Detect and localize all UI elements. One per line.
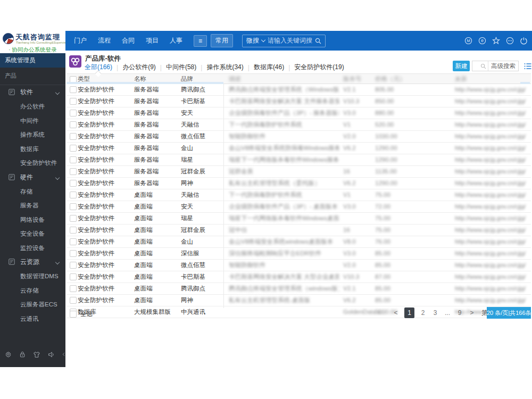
- sidebar-item-安全防护软件[interactable]: 安全防护软件: [0, 156, 65, 170]
- nav-item-人事[interactable]: 人事: [170, 36, 182, 45]
- pager-next[interactable]: >: [468, 309, 476, 317]
- theme-shirt-icon[interactable]: [33, 351, 40, 359]
- table-row[interactable]: 安全防护软件桌面端瑞星瑞星下一代网络版杀毒软件Windows桌面版75.00ht…: [66, 213, 531, 225]
- table-row[interactable]: 安全防护软件服务器端金山金山V8终端安全系统防病毒Windows服务器版V6.2…: [66, 143, 531, 154]
- advanced-search-button[interactable]: 高级搜索: [488, 61, 518, 71]
- pager-page-3[interactable]: 3: [431, 309, 439, 317]
- new-button[interactable]: 新建: [453, 61, 470, 71]
- help-e-icon[interactable]: e: [478, 37, 486, 45]
- sidebar-item-操作系统[interactable]: 操作系统: [0, 128, 65, 142]
- table-row[interactable]: 安全防护软件服务器端天融信下一代防病毒防护软件系统V1520.00http://…: [66, 119, 531, 131]
- row-checkbox[interactable]: [70, 145, 77, 152]
- select-all-checkbox[interactable]: [70, 311, 77, 318]
- tab-办公软件(9)[interactable]: 办公软件(9): [122, 63, 156, 72]
- sidebar-item-监控设备[interactable]: 监控设备: [0, 241, 65, 255]
- tab-separator: |: [288, 64, 290, 71]
- row-checkbox[interactable]: [70, 227, 77, 234]
- sidebar-item-数据库[interactable]: 数据库: [0, 142, 65, 156]
- row-checkbox[interactable]: [70, 238, 77, 245]
- tab-数据库(46)[interactable]: 数据库(46): [254, 63, 284, 72]
- sidebar-item-服务器[interactable]: 服务器: [0, 198, 65, 213]
- cell-col3: 冠群金辰: [181, 225, 205, 236]
- row-checkbox[interactable]: [70, 110, 77, 117]
- row-checkbox[interactable]: [70, 133, 77, 140]
- sidebar-item-云存储[interactable]: 云存储: [0, 284, 65, 298]
- table-row[interactable]: 安全防护软件服务器端网神私有云主机管理型系统（委托版）V6.21290.00ht…: [66, 178, 531, 189]
- sidebar-item-办公软件[interactable]: 办公软件: [0, 99, 65, 114]
- sidebar-group-软件[interactable]: 软件: [0, 85, 65, 99]
- row-checkbox[interactable]: [70, 262, 77, 269]
- nav-item-门户[interactable]: 门户: [74, 36, 87, 45]
- table-row[interactable]: 安全防护软件服务器端卡巴斯基卡巴斯基网络安全解决方案 文件服务器安全防护...V…: [66, 96, 531, 107]
- search-input[interactable]: 请输入关键词搜: [268, 36, 312, 45]
- settings-gear-icon[interactable]: [5, 350, 12, 359]
- nav-item-合同[interactable]: 合同: [122, 36, 135, 45]
- table-row[interactable]: 安全防护软件桌面端网神私有云主机管理型系统-桌面版V6.285.00http:/…: [66, 295, 531, 306]
- table-row[interactable]: 安全防护软件服务器端腾讯御点腾讯御点终端安全管理系统（Windows版）V2.1…: [66, 84, 531, 96]
- table-row[interactable]: 安全防护软件桌面端金山金山V8终端安全系统windows桌面版本V8.076.0…: [66, 236, 531, 248]
- sidebar-group-硬件[interactable]: 硬件: [0, 170, 65, 185]
- search-scope-dropdown[interactable]: 微搜: [246, 36, 259, 45]
- table-row[interactable]: 安全防护软件服务器端冠群金辰冠群金辰161135.00http://www.sj…: [66, 166, 531, 178]
- power-icon[interactable]: [520, 37, 528, 45]
- row-checkbox[interactable]: [70, 86, 77, 93]
- pager-prev[interactable]: <: [392, 309, 400, 317]
- more-circle-icon[interactable]: [506, 37, 514, 45]
- table-row[interactable]: 安全防护软件服务器端微点佰慧智能防御软件V2.01030.00http://ww…: [66, 131, 531, 143]
- table-row[interactable]: 安全防护软件服务器端安天企业级防病毒软件产品（3P）- 服务器版本V3.0880…: [66, 107, 531, 119]
- sidebar-item-网络设备[interactable]: 网络设备: [0, 213, 65, 227]
- row-checkbox[interactable]: [70, 180, 77, 187]
- favorite-star-icon[interactable]: [492, 37, 500, 45]
- list-view-toggle-icon[interactable]: [524, 62, 531, 72]
- table-row[interactable]: 安全防护软件服务器端瑞星瑞星下一代网络版杀毒软件Windows服务器版1290.…: [66, 154, 531, 166]
- row-checkbox[interactable]: [70, 98, 77, 105]
- cell-col6: 1290.00: [375, 178, 397, 189]
- sidebar-item-存储[interactable]: 存储: [0, 185, 65, 199]
- column-header-1: 类型: [78, 74, 90, 84]
- table-row[interactable]: 安全防护软件桌面端天融信下一代防病毒防护软件系统V175.00http://ww…: [66, 189, 531, 201]
- nav-item-流程[interactable]: 流程: [98, 36, 111, 45]
- table-row[interactable]: 安全防护软件桌面端腾讯御点腾讯御点终端安全管理系统（windows版）V2.1V…: [66, 283, 531, 295]
- brand-subtitle: Tianhang Info Consulting&Supervision: [16, 41, 70, 44]
- table-row[interactable]: 安全防护软件桌面端卡巴斯基卡巴斯基网络安全解决方案 大型企业桌面防护版 - KS…: [66, 271, 531, 283]
- sidebar-item-安全设备[interactable]: 安全设备: [0, 227, 65, 241]
- tab-中间件(58)[interactable]: 中间件(58): [166, 63, 196, 72]
- pager-page-2[interactable]: 2: [419, 309, 427, 317]
- table-row[interactable]: 安全防护软件桌面端深信服深信服终端检测响应平台EDR软件V3.085.00htt…: [66, 248, 531, 260]
- table-row[interactable]: 安全防护软件桌面端安天企业级防病毒软件产品（3P）- 桌面版本V3.072.00…: [66, 201, 531, 213]
- pager-page-1-active[interactable]: 1: [404, 307, 414, 318]
- row-checkbox[interactable]: [70, 215, 77, 222]
- sidebar-item-中间件[interactable]: 中间件: [0, 114, 65, 128]
- nav-menu-button[interactable]: ≡: [194, 35, 207, 47]
- tab-操作系统(34)[interactable]: 操作系统(34): [206, 63, 243, 72]
- sidebar-group-云资源[interactable]: 云资源: [0, 255, 65, 269]
- row-checkbox[interactable]: [70, 250, 77, 257]
- table-row[interactable]: 安全防护软件桌面端微点佰慧智能防御软件V2.085.00http://www.s…: [66, 260, 531, 271]
- row-checkbox[interactable]: [70, 156, 77, 163]
- row-checkbox[interactable]: [70, 273, 77, 280]
- sidebar-item-云服务器ECS[interactable]: 云服务器ECS: [0, 297, 65, 312]
- message-m-icon[interactable]: M: [464, 37, 472, 45]
- row-checkbox[interactable]: [70, 285, 77, 292]
- page-size-summary-badge[interactable]: 20 条/页|共166条: [487, 307, 531, 319]
- row-checkbox[interactable]: [70, 297, 77, 304]
- global-search-box[interactable]: 微搜 请输入关键词搜: [242, 35, 326, 47]
- tab-安全防护软件(19)[interactable]: 安全防护软件(19): [294, 63, 344, 72]
- table-search-input[interactable]: [472, 61, 480, 71]
- sidebar-item-数据管理DMS[interactable]: 数据管理DMS: [0, 269, 65, 284]
- row-checkbox[interactable]: [70, 203, 77, 210]
- table-row[interactable]: 安全防护软件桌面端冠群金辰冠中信1675.00http://www.sjcjg.…: [66, 225, 531, 236]
- nav-common-button[interactable]: 常用: [211, 34, 233, 47]
- collapse-arrow-icon[interactable]: [62, 352, 65, 357]
- pager-ellipsis[interactable]: ...: [444, 309, 451, 317]
- row-checkbox[interactable]: [70, 121, 77, 128]
- cell-col3: 瑞星: [181, 154, 193, 165]
- row-checkbox[interactable]: [70, 168, 77, 175]
- sidebar-item-云通讯[interactable]: 云通讯: [0, 312, 65, 326]
- lock-icon[interactable]: [19, 350, 26, 359]
- nav-item-项目[interactable]: 项目: [146, 36, 159, 45]
- pager-page-9[interactable]: 9: [456, 309, 463, 317]
- row-checkbox[interactable]: [70, 192, 77, 198]
- oa-login-link[interactable]: · 协同办公系统登录: [9, 46, 56, 54]
- speaker-icon[interactable]: [48, 351, 55, 359]
